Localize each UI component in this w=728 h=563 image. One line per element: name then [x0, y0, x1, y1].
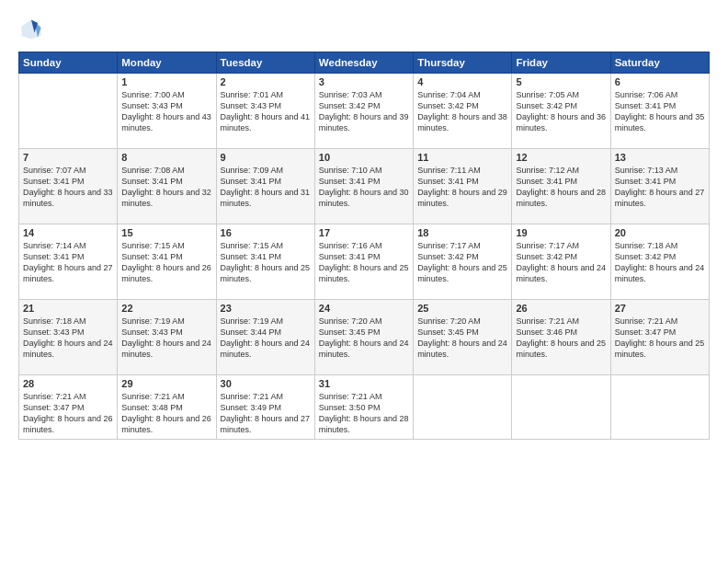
week-row-3: 14Sunrise: 7:14 AMSunset: 3:41 PMDayligh…: [19, 224, 710, 300]
weekday-header-monday: Monday: [118, 52, 216, 74]
calendar-cell: 13Sunrise: 7:13 AMSunset: 3:41 PMDayligh…: [610, 149, 709, 224]
cell-info: Sunrise: 7:17 AMSunset: 3:42 PMDaylight:…: [417, 240, 507, 285]
day-number: 21: [23, 303, 113, 314]
day-number: 15: [121, 227, 211, 238]
calendar-cell: [610, 375, 709, 440]
weekday-header-wednesday: Wednesday: [314, 52, 413, 74]
day-number: 28: [23, 378, 113, 389]
cell-info: Sunrise: 7:01 AMSunset: 3:43 PMDaylight:…: [221, 89, 311, 134]
weekday-header-tuesday: Tuesday: [216, 52, 314, 74]
day-number: 2: [221, 76, 311, 87]
cell-info: Sunrise: 7:21 AMSunset: 3:50 PMDaylight:…: [319, 391, 409, 436]
cell-info: Sunrise: 7:21 AMSunset: 3:47 PMDaylight:…: [615, 316, 705, 361]
calendar-cell: 22Sunrise: 7:19 AMSunset: 3:43 PMDayligh…: [118, 300, 216, 375]
day-number: 12: [516, 152, 606, 163]
calendar-cell: 3Sunrise: 7:03 AMSunset: 3:42 PMDaylight…: [314, 74, 413, 149]
cell-info: Sunrise: 7:09 AMSunset: 3:41 PMDaylight:…: [221, 165, 311, 210]
weekday-header-sunday: Sunday: [19, 52, 118, 74]
calendar-cell: [19, 74, 118, 149]
week-row-1: 1Sunrise: 7:00 AMSunset: 3:43 PMDaylight…: [19, 74, 710, 149]
header: [18, 17, 710, 42]
cell-info: Sunrise: 7:03 AMSunset: 3:42 PMDaylight:…: [319, 89, 409, 134]
logo-icon: [18, 17, 44, 42]
calendar-cell: 11Sunrise: 7:11 AMSunset: 3:41 PMDayligh…: [414, 149, 512, 224]
week-row-5: 28Sunrise: 7:21 AMSunset: 3:47 PMDayligh…: [19, 375, 710, 440]
cell-info: Sunrise: 7:18 AMSunset: 3:43 PMDaylight:…: [23, 316, 113, 361]
day-number: 16: [221, 227, 311, 238]
day-number: 14: [23, 227, 113, 238]
day-number: 26: [516, 303, 606, 314]
day-number: 9: [221, 152, 311, 163]
cell-info: Sunrise: 7:18 AMSunset: 3:42 PMDaylight:…: [615, 240, 705, 285]
calendar-cell: 19Sunrise: 7:17 AMSunset: 3:42 PMDayligh…: [512, 224, 610, 300]
cell-info: Sunrise: 7:19 AMSunset: 3:44 PMDaylight:…: [221, 316, 311, 361]
cell-info: Sunrise: 7:21 AMSunset: 3:46 PMDaylight:…: [516, 316, 606, 361]
cell-info: Sunrise: 7:07 AMSunset: 3:41 PMDaylight:…: [23, 165, 113, 210]
calendar-cell: 14Sunrise: 7:14 AMSunset: 3:41 PMDayligh…: [19, 224, 118, 300]
cell-info: Sunrise: 7:19 AMSunset: 3:43 PMDaylight:…: [121, 316, 211, 361]
logo: [18, 17, 48, 42]
calendar-body: 1Sunrise: 7:00 AMSunset: 3:43 PMDaylight…: [19, 74, 710, 440]
page: SundayMondayTuesdayWednesdayThursdayFrid…: [0, 0, 728, 563]
calendar-cell: 18Sunrise: 7:17 AMSunset: 3:42 PMDayligh…: [414, 224, 512, 300]
calendar-cell: 8Sunrise: 7:08 AMSunset: 3:41 PMDaylight…: [118, 149, 216, 224]
calendar-cell: 17Sunrise: 7:16 AMSunset: 3:41 PMDayligh…: [314, 224, 413, 300]
calendar-cell: [512, 375, 610, 440]
calendar-cell: 2Sunrise: 7:01 AMSunset: 3:43 PMDaylight…: [216, 74, 314, 149]
calendar-cell: 6Sunrise: 7:06 AMSunset: 3:41 PMDaylight…: [610, 74, 709, 149]
day-number: 25: [417, 303, 507, 314]
calendar-cell: 31Sunrise: 7:21 AMSunset: 3:50 PMDayligh…: [314, 375, 413, 440]
day-number: 1: [121, 76, 211, 87]
week-row-4: 21Sunrise: 7:18 AMSunset: 3:43 PMDayligh…: [19, 300, 710, 375]
cell-info: Sunrise: 7:21 AMSunset: 3:49 PMDaylight:…: [221, 391, 311, 436]
cell-info: Sunrise: 7:05 AMSunset: 3:42 PMDaylight:…: [516, 89, 606, 134]
calendar-cell: 7Sunrise: 7:07 AMSunset: 3:41 PMDaylight…: [19, 149, 118, 224]
day-number: 8: [121, 152, 211, 163]
calendar-cell: 4Sunrise: 7:04 AMSunset: 3:42 PMDaylight…: [414, 74, 512, 149]
calendar-cell: 21Sunrise: 7:18 AMSunset: 3:43 PMDayligh…: [19, 300, 118, 375]
weekday-row: SundayMondayTuesdayWednesdayThursdayFrid…: [19, 52, 710, 74]
cell-info: Sunrise: 7:11 AMSunset: 3:41 PMDaylight:…: [417, 165, 507, 210]
week-row-2: 7Sunrise: 7:07 AMSunset: 3:41 PMDaylight…: [19, 149, 710, 224]
weekday-header-saturday: Saturday: [610, 52, 709, 74]
day-number: 4: [417, 76, 507, 87]
day-number: 23: [221, 303, 311, 314]
day-number: 3: [319, 76, 409, 87]
calendar: SundayMondayTuesdayWednesdayThursdayFrid…: [18, 52, 710, 440]
cell-info: Sunrise: 7:16 AMSunset: 3:41 PMDaylight:…: [319, 240, 409, 285]
day-number: 22: [121, 303, 211, 314]
cell-info: Sunrise: 7:10 AMSunset: 3:41 PMDaylight:…: [319, 165, 409, 210]
cell-info: Sunrise: 7:15 AMSunset: 3:41 PMDaylight:…: [121, 240, 211, 285]
calendar-cell: 27Sunrise: 7:21 AMSunset: 3:47 PMDayligh…: [610, 300, 709, 375]
cell-info: Sunrise: 7:20 AMSunset: 3:45 PMDaylight:…: [417, 316, 507, 361]
calendar-cell: 29Sunrise: 7:21 AMSunset: 3:48 PMDayligh…: [118, 375, 216, 440]
calendar-cell: 16Sunrise: 7:15 AMSunset: 3:41 PMDayligh…: [216, 224, 314, 300]
day-number: 19: [516, 227, 606, 238]
day-number: 13: [615, 152, 705, 163]
day-number: 29: [121, 378, 211, 389]
calendar-cell: 28Sunrise: 7:21 AMSunset: 3:47 PMDayligh…: [19, 375, 118, 440]
cell-info: Sunrise: 7:15 AMSunset: 3:41 PMDaylight:…: [221, 240, 311, 285]
calendar-cell: 9Sunrise: 7:09 AMSunset: 3:41 PMDaylight…: [216, 149, 314, 224]
cell-info: Sunrise: 7:17 AMSunset: 3:42 PMDaylight:…: [516, 240, 606, 285]
weekday-header-thursday: Thursday: [414, 52, 512, 74]
cell-info: Sunrise: 7:21 AMSunset: 3:47 PMDaylight:…: [23, 391, 113, 436]
cell-info: Sunrise: 7:20 AMSunset: 3:45 PMDaylight:…: [319, 316, 409, 361]
cell-info: Sunrise: 7:12 AMSunset: 3:41 PMDaylight:…: [516, 165, 606, 210]
day-number: 27: [615, 303, 705, 314]
day-number: 31: [319, 378, 409, 389]
calendar-header: SundayMondayTuesdayWednesdayThursdayFrid…: [19, 52, 710, 74]
day-number: 18: [417, 227, 507, 238]
calendar-cell: 10Sunrise: 7:10 AMSunset: 3:41 PMDayligh…: [314, 149, 413, 224]
calendar-cell: 15Sunrise: 7:15 AMSunset: 3:41 PMDayligh…: [118, 224, 216, 300]
calendar-cell: 30Sunrise: 7:21 AMSunset: 3:49 PMDayligh…: [216, 375, 314, 440]
calendar-cell: 5Sunrise: 7:05 AMSunset: 3:42 PMDaylight…: [512, 74, 610, 149]
day-number: 7: [23, 152, 113, 163]
day-number: 10: [319, 152, 409, 163]
day-number: 6: [615, 76, 705, 87]
calendar-cell: 1Sunrise: 7:00 AMSunset: 3:43 PMDaylight…: [118, 74, 216, 149]
calendar-cell: [414, 375, 512, 440]
day-number: 11: [417, 152, 507, 163]
calendar-cell: 26Sunrise: 7:21 AMSunset: 3:46 PMDayligh…: [512, 300, 610, 375]
calendar-cell: 12Sunrise: 7:12 AMSunset: 3:41 PMDayligh…: [512, 149, 610, 224]
